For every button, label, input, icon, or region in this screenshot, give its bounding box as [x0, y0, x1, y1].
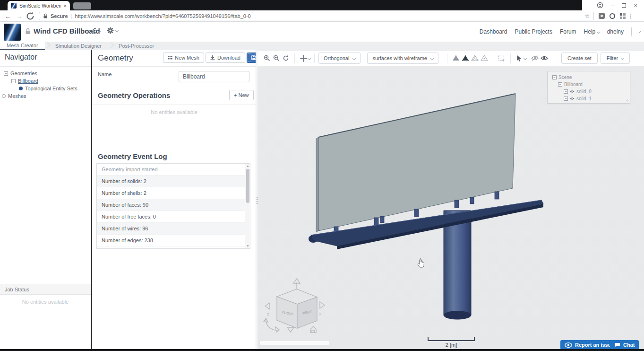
- nav-dashboard[interactable]: Dashboard: [480, 28, 507, 35]
- hide-icon[interactable]: [530, 53, 540, 63]
- tree-item-topological-entity-sets[interactable]: Topological Entity Sets: [19, 86, 77, 91]
- collapse-icon[interactable]: −: [4, 71, 8, 76]
- bookmark-star-icon[interactable]: ☆: [584, 13, 590, 19]
- projection-dropdown[interactable]: Orthogonal: [318, 53, 361, 64]
- nav-public-projects[interactable]: Public Projects: [515, 28, 552, 35]
- mesh-quality-icon-2[interactable]: [461, 53, 470, 63]
- download-button[interactable]: Download: [206, 53, 245, 63]
- visibility-eye-icon[interactable]: [570, 90, 575, 93]
- username-label[interactable]: dheiny: [607, 28, 624, 35]
- close-window-button[interactable]: ×: [634, 2, 637, 9]
- navigation-cube[interactable]: FRONT RIGHT Z X: [261, 278, 327, 335]
- browser-tab[interactable]: SimScale Workbench ×: [8, 1, 70, 10]
- scene-tree-solid-0[interactable]: + solid_0: [564, 89, 592, 94]
- tree-item-geometries[interactable]: − Geometries: [4, 70, 37, 76]
- mesh-quality-icon-4[interactable]: [480, 53, 489, 63]
- project-privacy-lock-icon: [25, 28, 31, 35]
- extension-icon-3[interactable]: [620, 13, 626, 19]
- viewport-3d[interactable]: Orthogonal surfaces with wireframe: [258, 50, 644, 349]
- scroll-down-icon[interactable]: ▼: [246, 245, 250, 247]
- scene-tree-solid-1[interactable]: + solid_1: [564, 96, 592, 101]
- tree-item-billboard[interactable]: − Billboard: [11, 78, 38, 84]
- geometry-name-input[interactable]: [179, 71, 249, 82]
- bullet-icon: [19, 87, 23, 90]
- tab-post-processor[interactable]: Post-Processor: [112, 42, 161, 50]
- event-log-scrollbar[interactable]: ▲ ▼: [245, 164, 250, 248]
- mesh-quality-icon-3[interactable]: [470, 53, 480, 63]
- close-tab-icon[interactable]: ×: [64, 3, 67, 9]
- show-icon[interactable]: [540, 53, 549, 63]
- scrollbar-thumb[interactable]: [246, 169, 249, 203]
- mesh-quality-icon-1[interactable]: [451, 53, 461, 63]
- cube-left-arrow[interactable]: [265, 303, 270, 309]
- operations-empty-text: No entities available: [93, 109, 256, 115]
- new-tab-button[interactable]: [73, 2, 91, 9]
- scroll-up-icon[interactable]: ▲: [246, 165, 250, 167]
- pan-icon[interactable]: [299, 53, 308, 63]
- forward-icon[interactable]: →: [16, 12, 23, 20]
- cube-home-icon[interactable]: [310, 326, 316, 333]
- minimize-button[interactable]: –: [611, 2, 614, 9]
- tab-separator: [108, 42, 112, 50]
- download-icon: [210, 55, 215, 61]
- billboard-side-face: [316, 137, 318, 232]
- settings-chevron-icon[interactable]: [115, 29, 119, 32]
- nav-forum[interactable]: Forum: [560, 28, 576, 35]
- simscale-logo[interactable]: [4, 24, 21, 41]
- zoom-in-icon[interactable]: [262, 53, 272, 63]
- tree-item-meshes[interactable]: Meshes: [2, 93, 26, 99]
- billboard-pole[interactable]: [444, 211, 471, 319]
- cube-right-arrow[interactable]: [320, 302, 325, 308]
- filter-button[interactable]: Filter: [601, 53, 630, 64]
- viewport-horizontal-scrollbar[interactable]: [259, 341, 329, 346]
- create-set-button[interactable]: Create set: [561, 53, 598, 64]
- user-avatar[interactable]: [631, 26, 632, 37]
- hand-cursor: [417, 258, 425, 268]
- zoom-out-icon[interactable]: [272, 53, 281, 63]
- scene-tree-scene[interactable]: − Scene: [552, 75, 572, 80]
- select-cursor-icon[interactable]: [515, 53, 524, 63]
- window-bottom-edge: [0, 349, 644, 351]
- settings-gear-icon[interactable]: [107, 27, 114, 34]
- new-mesh-button[interactable]: New Mesh: [163, 53, 204, 63]
- back-icon[interactable]: ←: [5, 12, 11, 20]
- tab-simulation-designer[interactable]: Simulation Designer: [49, 42, 108, 50]
- visibility-eye-icon[interactable]: [570, 97, 575, 100]
- select-chevron-icon[interactable]: [524, 56, 527, 60]
- job-status-empty-text: No entities available: [0, 299, 91, 305]
- log-row: Number of solids: 2: [97, 176, 250, 187]
- scene-tree-overlay[interactable]: − Scene − Billboard + solid_0 + solid_1: [547, 71, 630, 104]
- resize-handle[interactable]: [626, 99, 629, 102]
- job-status-header: Job Status: [0, 284, 91, 295]
- extension-icon-2[interactable]: [610, 13, 615, 19]
- share-chevron-icon[interactable]: [98, 29, 101, 32]
- collapse-icon[interactable]: −: [11, 79, 16, 83]
- browser-menu-icon[interactable]: ⋮: [627, 12, 634, 19]
- share-icon[interactable]: [90, 27, 96, 34]
- chat-button[interactable]: Chat: [610, 340, 639, 350]
- chevron-down-icon: [430, 56, 434, 60]
- render-mode-dropdown[interactable]: surfaces with wireframe: [367, 53, 438, 64]
- new-operation-button[interactable]: + New: [229, 90, 254, 100]
- expand-icon[interactable]: +: [564, 97, 568, 101]
- profile-icon[interactable]: [597, 2, 603, 9]
- pan-chevron-icon[interactable]: [308, 56, 311, 60]
- maximize-button[interactable]: [622, 3, 626, 8]
- reload-icon[interactable]: [26, 11, 35, 21]
- url-bar[interactable]: Secure | https://www.simscale.com/workbe…: [39, 12, 594, 20]
- box-select-icon[interactable]: [497, 53, 507, 63]
- scene-tree-billboard[interactable]: − Billboard: [558, 82, 583, 87]
- scale-bar-label: 2 [m]: [428, 342, 475, 348]
- collapse-icon[interactable]: −: [552, 75, 557, 79]
- extension-icon-1[interactable]: [599, 13, 605, 19]
- cube-down-arrow[interactable]: [287, 327, 294, 332]
- grid-icon: [168, 56, 172, 60]
- tab-mesh-creator[interactable]: Mesh Creator: [0, 42, 45, 50]
- geometry-event-log[interactable]: Geometry import started. Number of solid…: [96, 163, 250, 249]
- log-row: Geometry import started.: [97, 164, 250, 176]
- nav-help[interactable]: Help: [584, 28, 600, 35]
- secure-label: Secure: [51, 13, 68, 19]
- reset-view-icon[interactable]: [281, 53, 291, 63]
- expand-icon[interactable]: +: [564, 89, 568, 94]
- collapse-icon[interactable]: −: [558, 82, 562, 87]
